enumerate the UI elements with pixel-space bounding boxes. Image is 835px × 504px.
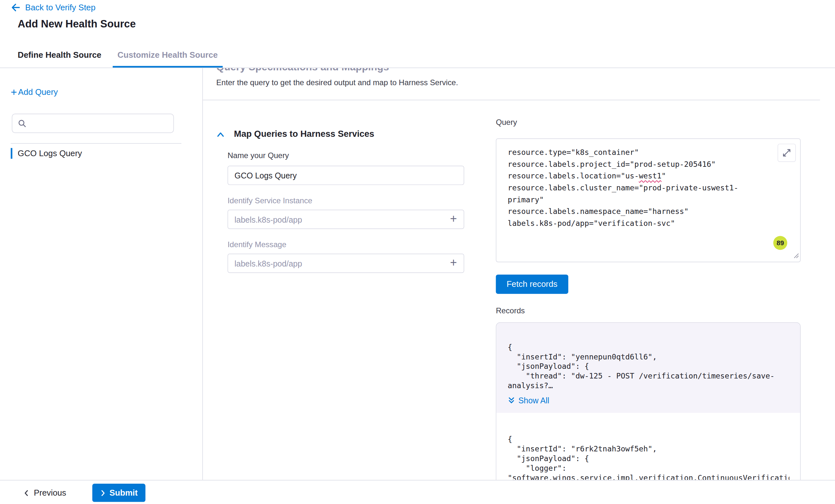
submit-button[interactable]: Submit xyxy=(93,484,145,502)
chevron-up-icon[interactable] xyxy=(216,131,225,141)
record-json: { "insertId": "yennepun0qtd6ll6", "jsonP… xyxy=(508,342,790,391)
query-editor[interactable]: resource.type="k8s_container" resource.l… xyxy=(496,139,801,262)
main-panel: Query Specifications and Mappings Enter … xyxy=(203,68,835,480)
back-link-label: Back to Verify Step xyxy=(25,3,96,12)
section-divider xyxy=(203,100,820,100)
section-subtitle: Enter the query to get the desired outpu… xyxy=(216,78,458,87)
plus-icon: + xyxy=(11,87,17,97)
selected-indicator xyxy=(11,148,12,159)
character-count-badge: 89 xyxy=(773,236,787,250)
expand-icon xyxy=(782,148,791,158)
query-misspelled-word: west1 xyxy=(639,172,661,181)
query-item-label: GCO Logs Query xyxy=(18,148,82,158)
submit-label: Submit xyxy=(109,488,138,498)
previous-label: Previous xyxy=(34,488,66,498)
sidebar-item-gco-logs-query[interactable]: GCO Logs Query xyxy=(11,148,82,159)
content-area: + Add Query GCO Logs Query Query Specifi… xyxy=(0,68,835,480)
double-chevron-down-icon xyxy=(508,396,515,404)
fetch-records-button[interactable]: Fetch records xyxy=(496,275,568,294)
resize-handle[interactable] xyxy=(793,251,799,261)
show-all-link[interactable]: Show All xyxy=(508,396,790,405)
back-link[interactable]: Back to Verify Step xyxy=(11,3,96,12)
identify-message-input[interactable] xyxy=(228,254,464,273)
service-instance-input[interactable] xyxy=(228,210,464,229)
records-label: Records xyxy=(496,306,525,315)
record-json: { "insertId": "r6rk2tnah3owf5eh", "jsonP… xyxy=(508,434,790,480)
add-query-label: Add Query xyxy=(18,87,58,97)
add-query-button[interactable]: + Add Query xyxy=(11,87,58,97)
add-service-instance-button[interactable]: + xyxy=(447,210,460,229)
section-title: Query Specifications and Mappings xyxy=(216,68,389,73)
chevron-right-icon xyxy=(100,489,106,497)
search-icon xyxy=(18,119,27,128)
add-health-source-page: Back to Verify Step Add New Health Sourc… xyxy=(0,0,835,504)
add-message-button[interactable]: + xyxy=(447,254,460,273)
map-queries-heading: Map Queries to Harness Services xyxy=(234,129,374,139)
service-instance-label: Identify Service Instance xyxy=(228,196,312,205)
query-text-part: resource.type="k8s_container" resource.l… xyxy=(508,148,715,181)
show-all-label: Show All xyxy=(518,396,549,405)
query-sidebar: + Add Query GCO Logs Query xyxy=(0,68,203,480)
name-query-label: Name your Query xyxy=(228,151,289,160)
footer-bar: Previous Submit xyxy=(0,480,835,504)
tab-customize-health-source[interactable]: Customize Health Source xyxy=(113,43,223,67)
record-item: { "insertId": "r6rk2tnah3owf5eh", "jsonP… xyxy=(496,413,800,480)
expand-query-button[interactable] xyxy=(777,144,796,162)
record-item: { "insertId": "yennepun0qtd6ll6", "jsonP… xyxy=(496,323,800,413)
sidebar-divider xyxy=(11,143,181,144)
tab-define-health-source[interactable]: Define Health Source xyxy=(13,43,106,67)
previous-button[interactable]: Previous xyxy=(23,484,66,501)
identify-message-label: Identify Message xyxy=(228,240,286,249)
query-text[interactable]: resource.type="k8s_container" resource.l… xyxy=(496,139,800,262)
page-title: Add New Health Source xyxy=(18,18,136,30)
query-search-input[interactable] xyxy=(12,113,174,133)
chevron-left-icon xyxy=(23,489,29,497)
back-arrow-icon xyxy=(11,3,20,12)
tab-bar: Define Health Source Customize Health So… xyxy=(0,43,835,68)
query-name-input[interactable] xyxy=(228,166,464,185)
query-label: Query xyxy=(496,118,517,127)
records-panel: { "insertId": "yennepun0qtd6ll6", "jsonP… xyxy=(496,322,801,480)
